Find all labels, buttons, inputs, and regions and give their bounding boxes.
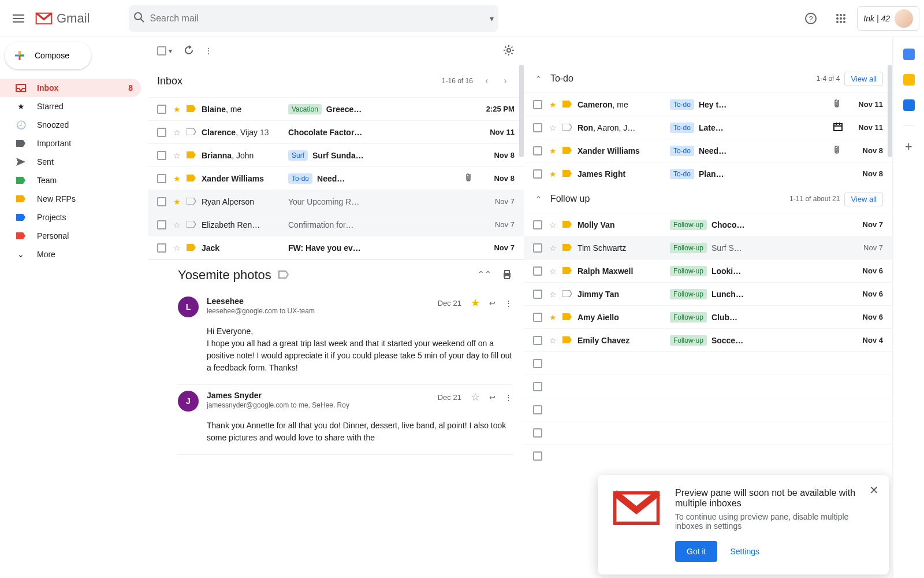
mail-row[interactable]: ★Blaine, meVacationGreece…2:25 PM [148,97,524,120]
row-checkbox[interactable] [533,146,542,155]
scrollbar[interactable] [519,65,524,157]
mail-row[interactable]: ☆Tim SchwartzFollow-upSurf S…Nov 7 [524,236,892,259]
sidebar-item-important[interactable]: Important [0,134,141,153]
star-icon[interactable]: ☆ [173,220,181,229]
row-checkbox[interactable] [157,220,166,229]
mail-row[interactable]: ☆JackFW: Have you ev…Nov 7 [148,236,524,259]
bookmark-icon[interactable] [562,100,572,109]
row-checkbox[interactable] [533,266,542,276]
sidebar-item-starred[interactable]: ★Starred [0,97,141,116]
tag[interactable]: Follow-up [670,312,707,323]
apps-button[interactable] [827,5,855,32]
star-icon[interactable]: ☆ [549,290,557,299]
label-icon[interactable] [278,271,289,280]
bookmark-icon[interactable] [562,146,572,155]
bookmark-icon[interactable] [187,151,196,160]
bookmark-icon[interactable] [187,105,196,114]
account-badge[interactable]: Ink | 42 [857,6,919,31]
mail-row[interactable] [524,375,892,398]
row-checkbox[interactable] [533,100,542,109]
star-icon[interactable]: ☆ [549,123,557,132]
sidebar-item-new-rfps[interactable]: New RFPs [0,190,141,208]
star-icon[interactable]: ★ [549,146,557,155]
row-checkbox[interactable] [533,382,542,391]
star-icon[interactable]: ☆ [549,336,557,345]
row-checkbox[interactable] [533,336,542,345]
star-icon[interactable]: ☆ [173,151,181,160]
tag[interactable]: To-do [288,173,312,184]
toast-close[interactable]: ✕ [865,481,883,499]
star-icon[interactable]: ☆ [471,391,480,403]
sidebar-item-projects[interactable]: Projects [0,208,141,227]
row-checkbox[interactable] [157,151,166,160]
row-checkbox[interactable] [533,359,542,368]
row-checkbox[interactable] [533,220,542,229]
mail-row[interactable]: ★Ryan AlpersonYour Upcoming R…Nov 7 [148,190,524,213]
mail-row[interactable]: ☆Elizabeth Ren…Confirmation for…Nov 7 [148,213,524,236]
star-icon[interactable]: ★ [173,197,181,206]
bookmark-icon[interactable] [562,169,572,179]
select-all[interactable]: ▼ [157,46,173,55]
tag[interactable]: Follow-up [670,220,707,230]
add-addon-button[interactable]: + [905,139,912,154]
row-checkbox[interactable] [533,428,542,438]
more-button[interactable]: ⋮ [204,46,213,55]
help-button[interactable]: ? [797,5,825,32]
collapse-followup[interactable]: ⌃ [531,191,547,207]
tag[interactable]: To-do [670,146,694,156]
reply-icon[interactable]: ↩ [489,393,495,402]
star-icon[interactable]: ★ [549,100,557,109]
search-bar[interactable]: ▾ [129,5,498,32]
avatar[interactable] [895,9,913,28]
star-icon[interactable]: ☆ [549,243,557,253]
prev-page[interactable]: ‹ [478,72,496,90]
tag[interactable]: Follow-up [670,289,707,299]
row-checkbox[interactable] [533,313,542,322]
mail-row[interactable]: ★Xander WilliamsTo-doNeed…Nov 8 [148,166,524,190]
toast-primary-button[interactable]: Got it [675,541,717,562]
row-checkbox[interactable] [157,105,166,114]
tag[interactable]: To-do [670,123,694,133]
row-checkbox[interactable] [157,128,166,137]
star-icon[interactable]: ★ [549,169,557,179]
mail-row[interactable]: ☆Brianna, JohnSurfSurf Sunda…Nov 8 [148,143,524,166]
keep-addon-icon[interactable] [903,74,915,86]
print-icon[interactable] [502,269,512,281]
row-checkbox[interactable] [533,451,542,461]
bookmark-icon[interactable] [562,266,572,276]
mail-row[interactable]: ★Xander WilliamsTo-doNeed…Nov 8 [524,139,892,162]
bookmark-icon[interactable] [187,174,196,183]
collapse-todo[interactable]: ⌃ [531,71,547,87]
compose-button[interactable]: Compose [5,42,91,69]
reply-icon[interactable]: ↩ [489,299,495,307]
mail-row[interactable]: ★James RightTo-doPlan…Nov 8 [524,162,892,185]
todo-view-all[interactable]: View all [844,72,883,86]
mail-row[interactable]: ★Amy AielloFollow-upClub…Nov 6 [524,305,892,328]
tag[interactable]: To-do [670,169,694,179]
tag[interactable]: Follow-up [670,335,707,346]
star-icon[interactable]: ★ [549,313,557,322]
settings-button[interactable] [503,45,515,58]
sidebar-item-inbox[interactable]: Inbox8 [0,79,141,97]
tasks-addon-icon[interactable] [903,99,915,111]
tag[interactable]: Follow-up [670,266,707,276]
star-icon[interactable]: ★ [173,105,181,114]
bookmark-icon[interactable] [562,290,572,299]
search-icon[interactable] [133,12,145,25]
calendar-addon-icon[interactable] [903,49,915,60]
tag[interactable]: Follow-up [670,243,707,253]
tag[interactable]: To-do [670,99,694,110]
gmail-logo[interactable]: Gmail [35,11,90,26]
sidebar-item-snoozed[interactable]: 🕘Snoozed [0,116,141,134]
row-checkbox[interactable] [157,243,166,253]
row-checkbox[interactable] [533,243,542,253]
tag[interactable]: Surf [288,150,308,161]
star-icon[interactable]: ☆ [173,128,181,137]
bookmark-icon[interactable] [562,220,572,229]
bookmark-icon[interactable] [187,197,196,206]
followup-view-all[interactable]: View all [844,192,883,206]
bookmark-icon[interactable] [187,243,196,253]
row-checkbox[interactable] [157,197,166,206]
more-icon[interactable]: ⋮ [505,299,512,307]
mail-row[interactable] [524,421,892,444]
